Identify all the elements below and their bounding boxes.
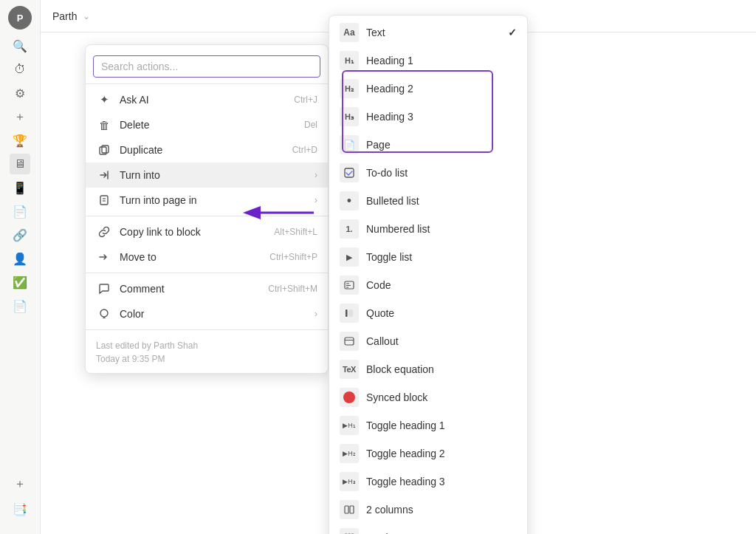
- color-icon: [96, 306, 112, 322]
- submenu-h1-label: Heading 1: [366, 55, 517, 66]
- menu-item-color[interactable]: Color ›: [86, 301, 328, 326]
- submenu-item-toggle-h3[interactable]: ▶H₃ Toggle heading 3: [329, 468, 527, 496]
- h3-icon: H₃: [340, 107, 359, 126]
- move-to-label: Move to: [120, 251, 269, 263]
- comment-icon: [96, 281, 112, 297]
- submenu-item-code[interactable]: Code: [329, 271, 527, 299]
- svg-point-5: [100, 309, 108, 317]
- ask-ai-icon: ✦: [96, 92, 112, 108]
- bulleted-icon: •: [340, 191, 359, 210]
- ask-ai-label: Ask AI: [120, 94, 294, 106]
- turn-into-page-label: Turn into page in: [120, 194, 315, 206]
- comment-shortcut: Ctrl+Shift+M: [268, 284, 317, 294]
- synced-icon: [340, 388, 359, 407]
- sidebar-icon-link[interactable]: 🔗: [10, 225, 30, 245]
- submenu-toggle-label: Toggle list: [366, 251, 517, 263]
- sidebar-icon-user[interactable]: 👤: [10, 248, 30, 269]
- submenu-h3-label: Heading 3: [366, 111, 517, 123]
- sidebar-icon-doc2[interactable]: 📄: [10, 295, 30, 316]
- submenu-item-h2[interactable]: H₂ Heading 2: [329, 75, 527, 103]
- duplicate-icon: [96, 142, 112, 158]
- topbar-chevron: ⌄: [83, 11, 90, 21]
- submenu-item-text[interactable]: Aa Text ✓: [329, 18, 527, 47]
- submenu-item-h1[interactable]: H₁ Heading 1: [329, 47, 527, 75]
- submenu-item-page[interactable]: 📄 Page: [329, 131, 527, 159]
- sidebar-icon-mobile[interactable]: 📱: [10, 177, 30, 198]
- menu-item-turn-into-page[interactable]: Turn into page in ›: [86, 188, 328, 213]
- menu-item-delete[interactable]: 🗑 Delete Del: [86, 112, 328, 137]
- submenu-item-2col[interactable]: 2 columns: [329, 496, 527, 524]
- submenu-item-toggle-h2[interactable]: ▶H₂ Toggle heading 2: [329, 439, 527, 468]
- footer-line2: Today at 9:35 PM: [96, 352, 317, 366]
- menu-divider-1: [86, 83, 328, 84]
- delete-shortcut: Del: [304, 120, 317, 130]
- turn-into-arrow-icon: ›: [315, 170, 317, 180]
- turn-into-submenu: Aa Text ✓ H₁ Heading 1 H₂ Heading 2 H₃ H…: [329, 15, 528, 534]
- svg-rect-16: [345, 506, 348, 513]
- svg-rect-14: [345, 338, 354, 345]
- block-eq-icon: TeX: [340, 360, 359, 379]
- submenu-item-block-eq[interactable]: TeX Block equation: [329, 355, 527, 383]
- sidebar-icon-templates[interactable]: 📑: [10, 499, 30, 519]
- delete-label: Delete: [120, 119, 304, 131]
- submenu-synced-label: Synced block: [366, 391, 517, 403]
- sidebar-icon-add[interactable]: ＋: [10, 106, 30, 127]
- submenu-item-todo[interactable]: To-do list: [329, 159, 527, 187]
- two-col-icon: [340, 500, 359, 519]
- sidebar-icon-check[interactable]: ✅: [10, 272, 30, 292]
- menu-item-move-to[interactable]: Move to Ctrl+Shift+P: [86, 244, 328, 270]
- todo-icon: [340, 163, 359, 182]
- menu-item-turn-into[interactable]: Turn into ›: [86, 162, 328, 188]
- submenu-item-toggle[interactable]: ▶ Toggle list: [329, 243, 527, 271]
- sidebar-icon-badge[interactable]: 🏆: [10, 130, 30, 151]
- topbar-title: Parth: [52, 10, 77, 22]
- search-input[interactable]: [93, 55, 320, 78]
- menu-divider-3: [86, 273, 328, 273]
- duplicate-label: Duplicate: [120, 144, 292, 156]
- submenu-item-quote[interactable]: Quote: [329, 299, 527, 327]
- h1-icon: H₁: [340, 51, 359, 70]
- three-col-icon: [340, 528, 359, 534]
- submenu-todo-label: To-do list: [366, 167, 517, 179]
- menu-footer: Last edited by Parth Shah Today at 9:35 …: [86, 333, 328, 369]
- menu-divider-4: [86, 329, 328, 330]
- context-menu: ✦ Ask AI Ctrl+J 🗑 Delete Del Duplicate C…: [85, 44, 329, 374]
- h2-icon: H₂: [340, 79, 359, 98]
- submenu-item-3col[interactable]: 3 columns: [329, 524, 527, 534]
- menu-item-comment[interactable]: Comment Ctrl+Shift+M: [86, 276, 328, 301]
- turn-into-label: Turn into: [120, 169, 315, 181]
- submenu-numbered-label: Numbered list: [366, 223, 517, 235]
- sidebar-icon-desktop[interactable]: 🖥: [10, 154, 30, 174]
- sidebar-icon-search[interactable]: 🔍: [10, 35, 30, 56]
- page-icon: 📄: [340, 135, 359, 154]
- menu-item-duplicate[interactable]: Duplicate Ctrl+D: [86, 137, 328, 162]
- svg-rect-13: [348, 309, 353, 317]
- submenu-item-bulleted[interactable]: • Bulleted list: [329, 187, 527, 215]
- submenu-item-h3[interactable]: H₃ Heading 3: [329, 103, 527, 131]
- menu-search-container: [86, 49, 328, 81]
- submenu-item-callout[interactable]: Callout: [329, 327, 527, 355]
- move-to-shortcut: Ctrl+Shift+P: [269, 252, 317, 262]
- svg-rect-12: [346, 309, 348, 317]
- avatar[interactable]: P: [8, 6, 32, 30]
- copy-link-icon: [96, 224, 112, 240]
- menu-item-ask-ai[interactable]: ✦ Ask AI Ctrl+J: [86, 87, 328, 112]
- turn-into-icon: [96, 167, 112, 183]
- submenu-code-label: Code: [366, 279, 517, 291]
- menu-item-copy-link[interactable]: Copy link to block Alt+Shift+L: [86, 219, 328, 244]
- quote-icon: [340, 304, 359, 323]
- move-to-icon: [96, 249, 112, 265]
- submenu-check-icon: ✓: [508, 27, 517, 38]
- duplicate-shortcut: Ctrl+D: [292, 145, 317, 155]
- sidebar-icon-settings[interactable]: ⚙: [10, 83, 30, 103]
- numbered-icon: 1.: [340, 219, 359, 239]
- sidebar-icon-recent[interactable]: ⏱: [10, 59, 30, 80]
- submenu-item-toggle-h1[interactable]: ▶H₁ Toggle heading 1: [329, 411, 527, 439]
- copy-link-label: Copy link to block: [120, 226, 274, 238]
- submenu-item-synced[interactable]: Synced block: [329, 383, 527, 411]
- submenu-item-numbered[interactable]: 1. Numbered list: [329, 215, 527, 243]
- turn-into-page-arrow-icon: ›: [315, 195, 317, 205]
- sidebar-icon-plus[interactable]: ＋: [10, 473, 30, 494]
- sidebar-icon-doc[interactable]: 📄: [10, 201, 30, 222]
- turn-into-page-icon: [96, 192, 112, 208]
